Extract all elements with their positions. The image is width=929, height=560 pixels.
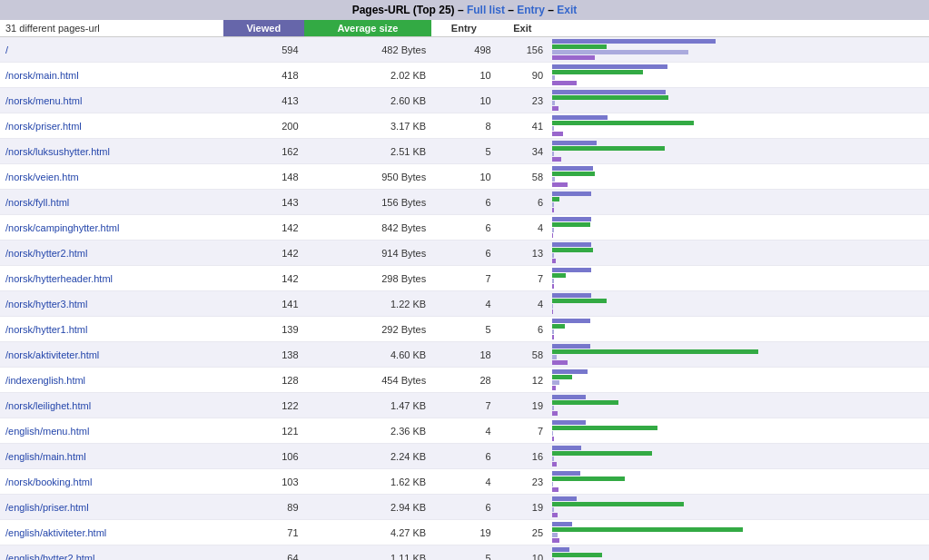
cell-chart xyxy=(549,495,929,520)
cell-chart xyxy=(549,291,929,317)
cell-avgsize: 156 Bytes xyxy=(304,190,432,215)
cell-url[interactable]: /english/main.html xyxy=(0,444,223,469)
cell-avgsize: 482 Bytes xyxy=(304,37,432,63)
url-link[interactable]: /english/aktiviteter.html xyxy=(5,527,106,538)
cell-url[interactable]: /norsk/luksushytter.html xyxy=(0,139,223,164)
cell-exit: 16 xyxy=(497,444,549,469)
cell-chart xyxy=(549,215,929,241)
url-link[interactable]: /norsk/luksushytter.html xyxy=(5,146,110,157)
cell-url[interactable]: /norsk/veien.htm xyxy=(0,164,223,190)
url-link[interactable]: /norsk/campinghytter.html xyxy=(5,222,119,233)
cell-avgsize: 2.24 KB xyxy=(304,444,432,469)
url-link[interactable]: /norsk/main.html xyxy=(5,70,79,81)
cell-entry: 4 xyxy=(431,469,497,495)
url-link[interactable]: /norsk/veien.htm xyxy=(5,172,79,182)
url-link[interactable]: /norsk/priser.html xyxy=(5,121,82,132)
table-row: /norsk/hytter3.html1411.22 KB44 xyxy=(0,291,929,317)
url-link[interactable]: /norsk/hytter2.html xyxy=(5,248,87,259)
cell-url[interactable]: /norsk/aktiviteter.html xyxy=(0,342,223,368)
url-link[interactable]: /norsk/booking.html xyxy=(5,476,92,487)
url-link[interactable]: /indexenglish.html xyxy=(5,375,85,386)
cell-url[interactable]: /norsk/priser.html xyxy=(0,113,223,139)
url-link[interactable]: /norsk/aktiviteter.html xyxy=(5,349,99,360)
cell-chart xyxy=(549,469,929,495)
pages-url-table: 31 different pages-url Viewed Average si… xyxy=(0,20,929,560)
url-link[interactable]: /norsk/hytter3.html xyxy=(5,299,87,309)
table-row: /norsk/main.html4182.02 KB1090 xyxy=(0,63,929,88)
cell-entry: 28 xyxy=(431,368,497,393)
cell-exit: 7 xyxy=(497,418,549,444)
cell-avgsize: 950 Bytes xyxy=(304,164,432,190)
url-link[interactable]: /english/hytter2.html xyxy=(5,553,94,561)
cell-viewed: 142 xyxy=(223,241,304,266)
cell-chart xyxy=(549,266,929,291)
cell-url[interactable]: /norsk/campinghytter.html xyxy=(0,215,223,241)
url-link[interactable]: /english/priser.html xyxy=(5,502,89,513)
cell-chart xyxy=(549,317,929,342)
cell-entry: 7 xyxy=(431,393,497,418)
url-link[interactable]: / xyxy=(5,44,8,55)
table-row: /english/aktiviteter.html714.27 KB1925 xyxy=(0,520,929,545)
cell-entry: 5 xyxy=(431,545,497,561)
url-link[interactable]: /norsk/fyll.html xyxy=(5,197,69,208)
cell-chart xyxy=(549,164,929,190)
url-link[interactable]: /english/menu.html xyxy=(5,426,89,437)
cell-url[interactable]: /english/hytter2.html xyxy=(0,545,223,561)
cell-url[interactable]: /norsk/hytter1.html xyxy=(0,317,223,342)
cell-url[interactable]: /english/aktiviteter.html xyxy=(0,520,223,545)
cell-chart xyxy=(549,368,929,393)
exit-link[interactable]: Exit xyxy=(557,4,577,16)
cell-url[interactable]: /norsk/fyll.html xyxy=(0,190,223,215)
table-row: /english/hytter2.html641.11 KB510 xyxy=(0,545,929,561)
cell-url[interactable]: /indexenglish.html xyxy=(0,368,223,393)
cell-exit: 90 xyxy=(497,63,549,88)
full-list-link[interactable]: Full list xyxy=(467,4,505,16)
cell-url[interactable]: /norsk/hytter2.html xyxy=(0,241,223,266)
cell-chart xyxy=(549,342,929,368)
cell-url[interactable]: /english/menu.html xyxy=(0,418,223,444)
cell-avgsize: 2.36 KB xyxy=(304,418,432,444)
cell-avgsize: 914 Bytes xyxy=(304,241,432,266)
cell-entry: 6 xyxy=(431,495,497,520)
cell-exit: 34 xyxy=(497,139,549,164)
cell-viewed: 106 xyxy=(223,444,304,469)
cell-chart xyxy=(549,88,929,113)
cell-exit: 7 xyxy=(497,266,549,291)
cell-avgsize: 1.11 KB xyxy=(304,545,432,561)
cell-exit: 10 xyxy=(497,545,549,561)
cell-url[interactable]: /norsk/hytterheader.html xyxy=(0,266,223,291)
cell-url[interactable]: /english/priser.html xyxy=(0,495,223,520)
cell-exit: 58 xyxy=(497,164,549,190)
url-link[interactable]: /norsk/hytter1.html xyxy=(5,324,87,335)
cell-url[interactable]: / xyxy=(0,37,223,63)
url-link[interactable]: /norsk/menu.html xyxy=(5,95,82,106)
cell-exit: 4 xyxy=(497,215,549,241)
entry-link[interactable]: Entry xyxy=(517,4,545,16)
url-link[interactable]: /norsk/hytterheader.html xyxy=(5,273,113,284)
cell-viewed: 143 xyxy=(223,190,304,215)
url-link[interactable]: /norsk/leilighet.html xyxy=(5,400,91,411)
cell-viewed: 413 xyxy=(223,88,304,113)
th-avgsize: Average size xyxy=(304,20,432,37)
table-row: /english/priser.html892.94 KB619 xyxy=(0,495,929,520)
cell-url[interactable]: /norsk/hytter3.html xyxy=(0,291,223,317)
cell-entry: 4 xyxy=(431,291,497,317)
table-row: /norsk/hytterheader.html142298 Bytes77 xyxy=(0,266,929,291)
cell-url[interactable]: /norsk/leilighet.html xyxy=(0,393,223,418)
th-chart xyxy=(549,20,929,37)
cell-entry: 6 xyxy=(431,215,497,241)
cell-url[interactable]: /norsk/main.html xyxy=(0,63,223,88)
th-pages: 31 different pages-url xyxy=(0,20,223,37)
cell-avgsize: 4.60 KB xyxy=(304,342,432,368)
cell-exit: 13 xyxy=(497,241,549,266)
table-row: /norsk/hytter1.html139292 Bytes56 xyxy=(0,317,929,342)
cell-entry: 498 xyxy=(431,37,497,63)
cell-viewed: 148 xyxy=(223,164,304,190)
cell-url[interactable]: /norsk/menu.html xyxy=(0,88,223,113)
cell-avgsize: 2.94 KB xyxy=(304,495,432,520)
cell-chart xyxy=(549,418,929,444)
cell-url[interactable]: /norsk/booking.html xyxy=(0,469,223,495)
cell-chart xyxy=(549,37,929,63)
url-link[interactable]: /english/main.html xyxy=(5,451,86,462)
cell-viewed: 122 xyxy=(223,393,304,418)
